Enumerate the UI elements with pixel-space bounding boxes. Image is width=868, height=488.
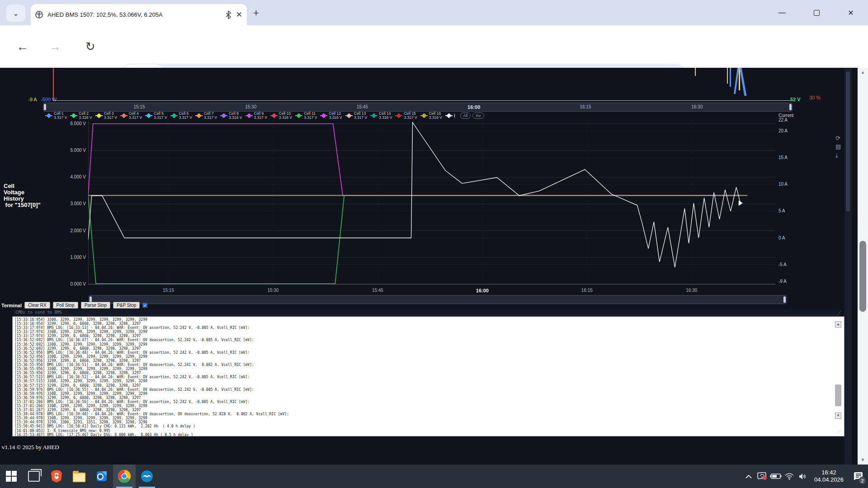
- page-inner-scrollbar[interactable]: [844, 68, 852, 465]
- tab-strip: ⌄ AHED BMS 1507: 102.5%, 53.066V, 6.205A…: [0, 0, 868, 25]
- poll-stop-button[interactable]: Poll Stop: [53, 302, 78, 309]
- cell-voltage-history-chart[interactable]: [88, 121, 775, 287]
- list-icon[interactable]: ▤: [835, 142, 841, 151]
- series-marker-icon: [95, 115, 103, 116]
- log-line: [15:37:01:266] 3300, 3299, 3299, 3299, 3…: [14, 404, 844, 408]
- new-tab-button[interactable]: +: [253, 7, 259, 19]
- volume-icon[interactable]: [796, 465, 810, 488]
- log-line: [15:33:17:974] 3300, 3299, 3299, 3299, 3…: [14, 330, 844, 334]
- legend-current[interactable]: I: [445, 114, 455, 118]
- parse-stop-button[interactable]: Parse Stop: [81, 302, 110, 309]
- legend-cell-14[interactable]: Cell 143.316 V: [370, 112, 392, 120]
- window-close-button[interactable]: ✕: [834, 0, 868, 25]
- file-explorer-button[interactable]: [68, 465, 90, 488]
- cmd-resize-grip[interactable]: ⋰: [837, 310, 842, 315]
- log-line: [15:36:55:956] 3300, 3299, 3299, 3299, 3…: [14, 367, 844, 371]
- back-icon[interactable]: ←: [13, 37, 33, 56]
- current-tick-10 A: 10 A: [778, 182, 788, 187]
- top-time-range-slider[interactable]: 15:15 15:30 15:45 16:00 16:15 16:30: [43, 103, 793, 112]
- log-scroll-thumb[interactable]: [835, 385, 841, 406]
- tab-close-icon[interactable]: ✕: [236, 10, 242, 19]
- window-minimize-button[interactable]: —: [765, 0, 799, 25]
- notification-badge: 2: [859, 477, 866, 484]
- hidden-icons-chevron[interactable]: [742, 465, 755, 488]
- wifi-icon[interactable]: [783, 465, 796, 488]
- sync-alert-icon[interactable]: [755, 465, 769, 488]
- cmd-input[interactable]: [14, 310, 841, 315]
- browser-tab[interactable]: AHED BMS 1507: 102.5%, 53.066V, 6.205A ✕: [31, 4, 247, 25]
- legend-cell-15[interactable]: Cell 153.317 V: [395, 112, 417, 120]
- time-tick-15:15: 15:15: [163, 288, 174, 293]
- slider-handle-right[interactable]: [789, 104, 792, 110]
- legend-inv-button[interactable]: Inv: [472, 113, 484, 119]
- refresh-icon[interactable]: ⟳: [835, 134, 841, 142]
- task-view-icon: [28, 471, 40, 482]
- current-tick--9 A: -9 A: [778, 279, 787, 284]
- series-current-I: [88, 122, 741, 267]
- legend-cell-1[interactable]: Cell 13.317 V: [45, 112, 67, 120]
- power-chart-baseline: [53, 100, 791, 101]
- voltage-tick-1.000 V: 1.000 V: [59, 255, 86, 260]
- forward-icon[interactable]: →: [45, 37, 65, 56]
- log-scrollbar[interactable]: ▲ ▼: [835, 317, 842, 436]
- scroll-up-icon[interactable]: ▲: [858, 68, 868, 77]
- outlook-button[interactable]: [90, 465, 113, 488]
- legend-cell-13[interactable]: Cell 133.317 V: [345, 112, 367, 120]
- log-line: [15:36:52:956] 3300, 3299, 3299, 3299, 3…: [14, 355, 844, 359]
- log-line: [15:36:59:976] 3299, 3299, 0, 6860, 3298…: [14, 396, 844, 400]
- legend-cell-2[interactable]: Cell 23.316 V: [70, 112, 92, 120]
- series-marker-icon: [45, 115, 52, 116]
- series-marker-icon: [70, 115, 77, 116]
- log-line: [15:39:44:978] 3300, 3299, 3299, 3299, 3…: [14, 416, 844, 420]
- pp-stop-checkbox[interactable]: ✓: [142, 303, 147, 308]
- legend-cell-16[interactable]: Cell 163.316 V: [420, 112, 442, 120]
- log-line: [15:36:52:692] 3299, 3299, 0, 6860, 3298…: [14, 347, 844, 351]
- log-line: [15:39:44:978] BMS_LOG: [16:39:40] - 04.…: [14, 412, 844, 416]
- log-line: [15:36:59:976] 3300, 3299, 3299, 3299, 3…: [14, 392, 844, 396]
- scroll-down-icon[interactable]: ▼: [858, 455, 868, 465]
- current-tick--5 A: -5 A: [778, 262, 787, 267]
- pp-stop-button[interactable]: P&P Stop: [113, 302, 140, 309]
- legend-cell-6[interactable]: Cell 63.317 V: [170, 112, 192, 120]
- log-line: [16:01:08:053] I: K_timescale_BMS_new: 0…: [14, 429, 844, 433]
- page-footer: v1.14 © 2025 by AHED: [2, 444, 59, 451]
- window-maximize-button[interactable]: [799, 0, 834, 25]
- brave-browser-button[interactable]: [45, 465, 68, 488]
- legend-cell-4[interactable]: Cell 43.317 V: [120, 112, 142, 120]
- slider-handle-right[interactable]: [783, 296, 786, 303]
- bottom-time-range-slider[interactable]: [89, 295, 787, 304]
- start-button[interactable]: [0, 465, 23, 488]
- outlook-icon: [95, 470, 108, 483]
- task-view-button[interactable]: [23, 465, 45, 488]
- scroll-up-icon[interactable]: ▲: [835, 321, 841, 328]
- download-icon[interactable]: ⤓: [835, 151, 841, 160]
- scroll-thumb[interactable]: [859, 241, 866, 312]
- scroll-down-icon[interactable]: ▼: [835, 413, 841, 419]
- legend-cell-8[interactable]: Cell 83.316 V: [220, 112, 242, 120]
- log-line: [15:36:55:956] BMS_LOG: [16:36:51] - 04.…: [14, 363, 844, 367]
- openoffice-button[interactable]: [136, 465, 158, 488]
- series-marker-icon: [270, 115, 278, 116]
- notification-center-button[interactable]: 2: [848, 465, 868, 488]
- legend-cell-10[interactable]: Cell 103.316 V: [270, 112, 292, 120]
- clear-rx-button[interactable]: Clear RX: [24, 302, 50, 309]
- legend-cell-5[interactable]: Cell 53.317 V: [145, 112, 167, 120]
- legend-cell-11[interactable]: Cell 113.317 V: [295, 112, 317, 120]
- tab-search-chevron-icon[interactable]: ⌄: [6, 5, 25, 22]
- taskbar-clock[interactable]: 16:42 04.04.2026: [810, 469, 848, 483]
- browser-scrollbar[interactable]: ▲ ▼: [858, 68, 868, 465]
- log-line: [15:36:57:515] BMS_LOG: [16:36:52] - 04.…: [14, 375, 844, 379]
- log-resize-grip[interactable]: ⋰: [837, 429, 842, 434]
- legend-cell-3[interactable]: Cell 33.317 V: [95, 112, 117, 120]
- time-tick-16:30: 16:30: [686, 288, 697, 293]
- time-tick-15:45: 15:45: [372, 288, 383, 293]
- legend-all-button[interactable]: All: [460, 113, 471, 119]
- legend-cell-9[interactable]: Cell 93.317 V: [245, 112, 267, 120]
- legend-cell-7[interactable]: Cell 73.317 V: [195, 112, 217, 120]
- series-cell-12-ov-fault: [88, 124, 741, 196]
- slider-handle-left[interactable]: [44, 104, 46, 110]
- chrome-button[interactable]: [113, 465, 136, 488]
- battery-icon[interactable]: [769, 465, 783, 488]
- legend-cell-12[interactable]: Cell 123.316 V: [320, 112, 342, 120]
- reload-icon[interactable]: ↻: [80, 37, 100, 56]
